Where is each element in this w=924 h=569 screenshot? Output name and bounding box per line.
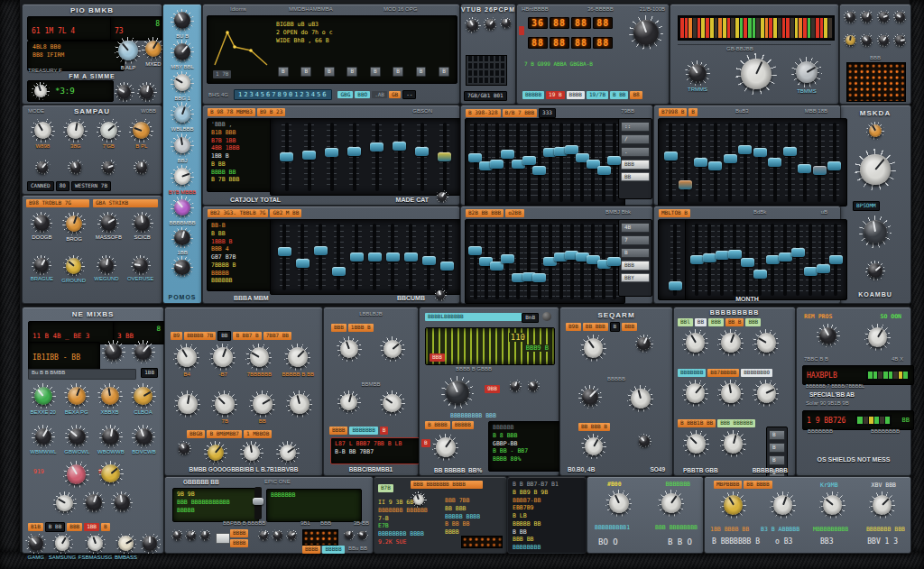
knob[interactable] [173,344,200,371]
slider[interactable] [588,123,598,202]
general-fader[interactable] [254,487,262,519]
slider[interactable] [692,224,702,296]
knob[interactable] [286,390,313,418]
knob[interactable] [509,380,522,392]
knob[interactable] [53,491,77,515]
knob[interactable] [855,149,896,190]
slider[interactable] [349,123,359,191]
knob[interactable] [717,380,744,407]
slider[interactable] [439,123,449,191]
button-cell[interactable]: B [324,67,335,77]
knob[interactable] [132,340,155,363]
slider[interactable] [503,224,513,299]
knob[interactable] [111,491,133,513]
slider-cap[interactable] [296,259,310,268]
knob[interactable] [337,390,361,414]
slider-cap[interactable] [779,252,792,262]
slider[interactable] [781,224,790,296]
slider[interactable] [567,123,577,202]
button-cell[interactable]: B [346,67,357,77]
slider-cap[interactable] [716,251,729,260]
duo-switch-left[interactable]: BO O [598,537,618,547]
knob[interactable] [97,255,116,275]
slider-cap[interactable] [829,255,843,264]
slider[interactable] [770,123,780,202]
slider[interactable] [806,224,816,296]
lcd-header-knob[interactable] [542,312,551,321]
button-cell[interactable]: 7 [621,235,650,245]
slider-cap[interactable] [440,262,454,271]
knob[interactable] [31,212,52,234]
knob[interactable] [85,533,106,554]
slider-cap[interactable] [708,161,722,170]
slider-cap[interactable] [813,166,827,175]
knob[interactable] [52,533,73,554]
slider[interactable] [424,224,434,290]
knob[interactable] [629,15,663,50]
button-cell[interactable]: / [621,134,650,144]
knob[interactable] [344,529,355,540]
button-cell[interactable]: B [621,248,650,258]
slider-cap[interactable] [703,253,716,262]
knob[interactable] [132,425,155,448]
knob[interactable] [171,227,193,249]
slider[interactable] [534,123,544,202]
knob[interactable] [63,255,85,277]
slider[interactable] [725,123,735,202]
knob[interactable] [753,329,780,356]
slider[interactable] [280,224,290,290]
knob[interactable] [893,10,907,23]
slider-cap[interactable] [490,160,504,169]
slider-cap[interactable] [415,147,429,156]
quad-switch-2[interactable]: o B3 [775,537,792,547]
vtub-key-matrix[interactable] [466,55,507,86]
knob[interactable] [276,441,300,464]
knob[interactable] [844,10,857,23]
slider[interactable] [442,224,452,290]
button-cell[interactable]: B [416,67,427,77]
knob[interactable] [65,425,88,448]
knob[interactable] [116,533,136,554]
knob[interactable] [171,133,194,157]
slider-cap[interactable] [690,255,704,264]
knob[interactable] [240,441,263,464]
knob[interactable] [877,10,891,23]
knob[interactable] [102,340,125,363]
knob[interactable] [893,33,907,47]
slider-cap[interactable] [817,264,830,273]
slider[interactable] [282,123,291,191]
knob[interactable] [380,390,405,416]
knob[interactable] [83,491,105,513]
slider[interactable] [372,123,382,191]
slider-cap[interactable] [386,252,400,262]
slider[interactable] [513,224,523,299]
slider-cap[interactable] [679,180,692,189]
slider[interactable] [755,224,765,296]
knob[interactable] [32,425,55,448]
knob[interactable] [860,10,873,23]
slider[interactable] [394,123,404,191]
slider[interactable] [730,224,740,296]
knob[interactable] [578,385,602,408]
slider-cap[interactable] [314,246,328,255]
knob[interactable] [465,17,481,33]
button-cell[interactable]: 1BB [84,523,99,531]
slider-cap[interactable] [791,248,805,257]
knob[interactable] [171,529,183,541]
knob[interactable] [682,329,709,356]
knob[interactable] [770,491,797,519]
knob[interactable] [717,329,744,356]
button-cell[interactable]: B [370,67,381,77]
knob[interactable] [245,344,273,371]
knob[interactable] [115,82,134,102]
slider[interactable] [481,224,491,299]
knob[interactable] [817,324,840,347]
knob[interactable] [877,33,891,47]
slider-cap[interactable] [280,152,293,161]
knob[interactable] [844,33,857,47]
knob[interactable] [99,425,123,448]
slider[interactable] [370,224,380,290]
slider-cap[interactable] [438,152,451,161]
knob[interactable] [98,461,124,486]
slider-cap[interactable] [694,158,707,167]
